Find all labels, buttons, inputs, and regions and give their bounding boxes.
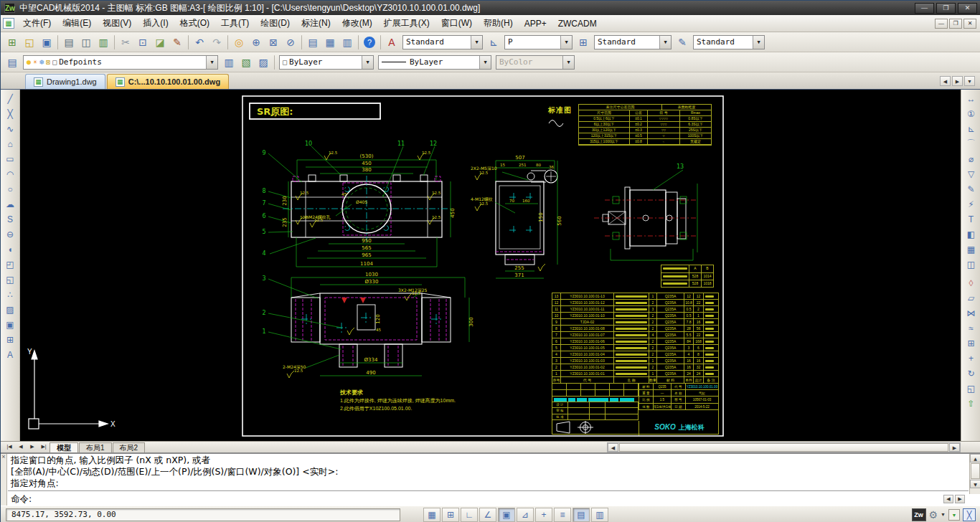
layer-state-icon[interactable]: ● bbox=[27, 58, 31, 66]
draw-tool-button[interactable]: ▭ bbox=[2, 151, 18, 166]
modify-tool-button[interactable]: ⊞ bbox=[963, 336, 979, 351]
toolbar-button[interactable]: ⊡ bbox=[134, 34, 151, 50]
mdi-control-button[interactable]: — bbox=[935, 19, 948, 29]
layout-nav-button[interactable]: ◀ bbox=[15, 442, 27, 452]
toolbar-button[interactable]: ? bbox=[361, 34, 378, 50]
tab-nav-button[interactable]: ▼ bbox=[964, 76, 975, 86]
menu-item[interactable]: ZWCADM bbox=[552, 16, 603, 31]
mdi-control-button[interactable]: ❐ bbox=[949, 19, 962, 29]
status-toggle-button[interactable]: ⊿ bbox=[517, 508, 534, 522]
drawing-canvas[interactable]: SR原图: Y X bbox=[20, 90, 961, 441]
toolbar-button[interactable] bbox=[301, 35, 302, 49]
modify-tool-button[interactable]: + bbox=[963, 351, 979, 366]
chevron-down-icon[interactable]: ▼ bbox=[659, 36, 671, 49]
command-grip[interactable]: × bbox=[1, 454, 7, 507]
toolbar-button[interactable]: ⊕ bbox=[248, 34, 265, 50]
layer-tool-button[interactable]: ▥ bbox=[220, 54, 237, 70]
toolbar-button[interactable]: ▣ bbox=[38, 34, 55, 50]
toolbar-button[interactable] bbox=[358, 35, 359, 49]
status-toggle-button[interactable]: ∟ bbox=[461, 508, 478, 522]
dim-style-icon[interactable]: ⊾ bbox=[485, 34, 502, 50]
toolbar-button[interactable]: ▥ bbox=[339, 34, 356, 50]
menu-item[interactable]: 帮助(H) bbox=[478, 15, 519, 32]
tab-nav-button[interactable]: ◀ bbox=[940, 76, 951, 86]
dim-style-combo[interactable]: P▼ bbox=[504, 35, 573, 49]
draw-tool-button[interactable]: ∴ bbox=[2, 287, 18, 302]
scroll-left-icon[interactable]: ◀ bbox=[608, 443, 618, 452]
toolbar-button[interactable] bbox=[188, 35, 189, 49]
command-history[interactable]: 指定窗口的角点, 输入比例因子 (nX 或 nXP), 或者 [全部(A)/中心… bbox=[8, 454, 969, 491]
modify-tool-button[interactable]: ◫ bbox=[963, 257, 979, 272]
window-control-button[interactable]: ❐ bbox=[936, 3, 956, 14]
scroll-right-icon[interactable]: ▶ bbox=[955, 495, 965, 503]
toolbar-button[interactable]: ▥ bbox=[95, 34, 112, 50]
modify-tool-button[interactable]: ≈ bbox=[963, 321, 979, 336]
menu-item[interactable]: 编辑(E) bbox=[57, 15, 97, 32]
chevron-down-icon[interactable]: ▼ bbox=[941, 512, 946, 517]
layer-tool-button[interactable]: ▨ bbox=[255, 54, 272, 70]
draw-tool-button[interactable]: ○ bbox=[2, 181, 18, 196]
toolbar-button[interactable] bbox=[57, 35, 58, 49]
toolbar-button[interactable]: ▤ bbox=[304, 34, 321, 50]
menu-item[interactable]: 绘图(D) bbox=[255, 15, 296, 32]
modify-tool-button[interactable]: ↔ bbox=[963, 91, 979, 106]
layer-state-icon[interactable]: ☀ bbox=[33, 58, 37, 66]
mdi-control-button[interactable]: ✕ bbox=[963, 19, 976, 29]
layout-nav-button[interactable]: ▶ bbox=[27, 442, 38, 452]
draw-tool-button[interactable]: ⌂ bbox=[2, 136, 18, 151]
chevron-down-icon[interactable]: ▼ bbox=[362, 56, 373, 69]
scroll-down-icon[interactable]: ▼ bbox=[970, 480, 980, 488]
chevron-down-icon[interactable]: ▼ bbox=[560, 36, 572, 49]
status-toggle-button[interactable]: ▤ bbox=[573, 508, 590, 522]
draw-tool-button[interactable]: ∿ bbox=[2, 121, 18, 136]
draw-tool-button[interactable]: ⊞ bbox=[2, 332, 18, 347]
modify-tool-button[interactable]: ↻ bbox=[963, 366, 979, 381]
status-toggle-button[interactable]: + bbox=[535, 508, 552, 522]
draw-tool-button[interactable]: ╱ bbox=[2, 91, 18, 106]
menu-item[interactable]: 工具(T) bbox=[215, 15, 255, 32]
toolbar-button[interactable]: ⊠ bbox=[265, 34, 282, 50]
modify-tool-button[interactable]: ⌀ bbox=[963, 151, 979, 166]
gear-icon[interactable]: ⚙ bbox=[929, 509, 938, 521]
draw-tool-button[interactable]: A bbox=[2, 347, 18, 362]
command-input[interactable]: 命令: bbox=[8, 493, 32, 506]
toolbar-button[interactable]: ↷ bbox=[208, 34, 225, 50]
text-style-icon[interactable]: A bbox=[383, 34, 400, 50]
layout-tab[interactable]: 模型 bbox=[50, 442, 78, 452]
chevron-down-icon[interactable]: ▼ bbox=[753, 36, 764, 49]
file-tab[interactable]: ▦ Drawing1.dwg bbox=[25, 74, 105, 89]
layer-manager-icon[interactable]: ▤ bbox=[4, 54, 21, 70]
tab-nav-button[interactable]: ▶ bbox=[952, 76, 963, 86]
layout-tab[interactable]: 布局1 bbox=[79, 442, 112, 452]
layer-state-icon[interactable]: ⊠ bbox=[46, 58, 50, 66]
toolbar-button[interactable]: ◫ bbox=[77, 34, 95, 50]
layer-state-icon[interactable]: ❄ bbox=[39, 58, 44, 66]
menu-item[interactable]: 窗口(W) bbox=[435, 15, 478, 32]
draw-tool-button[interactable]: ◠ bbox=[2, 166, 18, 181]
draw-tool-button[interactable]: ▣ bbox=[2, 317, 18, 332]
modify-tool-button[interactable]: ⚡ bbox=[963, 196, 979, 212]
status-toggle-button[interactable]: ▣ bbox=[498, 508, 515, 522]
menu-item[interactable]: 标注(N) bbox=[296, 15, 336, 32]
window-control-button[interactable]: — bbox=[915, 3, 934, 14]
modify-tool-button[interactable]: ✎ bbox=[963, 181, 979, 196]
chevron-down-icon[interactable]: ▼ bbox=[206, 56, 217, 69]
draw-tool-button[interactable]: ☁ bbox=[2, 196, 18, 212]
menu-item[interactable]: 修改(M) bbox=[336, 15, 378, 32]
clean-screen-icon[interactable]: ╳ bbox=[963, 508, 976, 521]
table-style-combo[interactable]: Standard▼ bbox=[594, 35, 672, 49]
modify-tool-button[interactable]: ▦ bbox=[963, 242, 979, 257]
scrollbar-thumb[interactable] bbox=[619, 443, 948, 452]
menu-item[interactable]: APP+ bbox=[519, 16, 552, 31]
draw-tool-button[interactable]: ◱ bbox=[2, 272, 18, 287]
canvas-horizontal-scrollbar[interactable]: ◀ ▶ bbox=[607, 442, 961, 452]
menu-item[interactable]: 扩展工具(X) bbox=[378, 15, 435, 32]
toolbar-button[interactable]: ▦ bbox=[321, 34, 339, 50]
annotation-scale-dropdown[interactable]: ▼ bbox=[948, 509, 960, 521]
toolbar-button[interactable]: ↶ bbox=[191, 34, 208, 50]
status-toggle-button[interactable]: ∠ bbox=[479, 508, 496, 522]
draw-tool-button[interactable]: ▨ bbox=[2, 302, 18, 317]
mleader-style-icon[interactable]: ✎ bbox=[674, 34, 691, 50]
status-toggle-button[interactable]: ⊞ bbox=[442, 508, 459, 522]
toolbar-button[interactable] bbox=[114, 35, 115, 49]
